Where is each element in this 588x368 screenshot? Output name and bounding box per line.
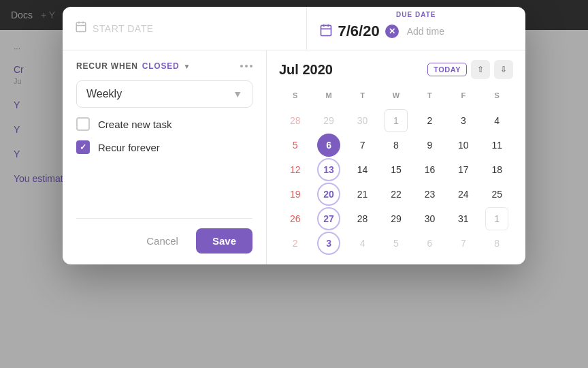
dot-1 bbox=[240, 65, 243, 67]
cal-day-4-2[interactable]: 28 bbox=[351, 207, 374, 230]
prev-month-button[interactable]: ⇧ bbox=[471, 60, 490, 79]
cal-day-4-5[interactable]: 31 bbox=[452, 207, 475, 230]
calendar-nav: TODAY ⇧ ⇩ bbox=[427, 60, 513, 79]
modal-overlay: START DATE DUE DATE 7/6/20 ✕ Add time bbox=[0, 0, 588, 368]
cal-day-4-6[interactable]: 1 bbox=[485, 207, 508, 230]
recur-forever-row[interactable]: Recur forever bbox=[76, 140, 252, 154]
calendar-header: Jul 2020 TODAY ⇧ ⇩ bbox=[279, 60, 513, 79]
create-new-task-row[interactable]: Create new task bbox=[76, 117, 252, 131]
cal-day-0-1[interactable]: 29 bbox=[317, 109, 340, 132]
cal-day-3-0[interactable]: 19 bbox=[284, 183, 307, 206]
cal-day-0-2[interactable]: 30 bbox=[351, 109, 374, 132]
cal-day-1-0[interactable]: 5 bbox=[284, 134, 307, 157]
cal-day-0-4[interactable]: 2 bbox=[418, 109, 441, 132]
svg-rect-4 bbox=[321, 25, 331, 35]
frequency-value: Weekly bbox=[86, 88, 122, 100]
cal-day-2-2[interactable]: 14 bbox=[351, 158, 374, 181]
create-new-task-checkbox[interactable] bbox=[76, 117, 90, 131]
start-date-icon bbox=[75, 20, 87, 36]
svg-rect-0 bbox=[76, 22, 86, 32]
cal-day-0-3[interactable]: 1 bbox=[385, 109, 408, 132]
start-date-field[interactable]: START DATE bbox=[63, 7, 307, 50]
recur-header: RECUR WHEN CLOSED ▼ bbox=[76, 61, 252, 71]
due-date-wrapper: DUE DATE 7/6/20 ✕ Add time bbox=[307, 7, 526, 50]
frequency-dropdown: Weekly ▼ bbox=[76, 80, 252, 108]
cal-day-1-1[interactable]: 6 bbox=[317, 134, 340, 157]
cal-day-3-3[interactable]: 22 bbox=[385, 183, 408, 206]
cal-day-0-6[interactable]: 4 bbox=[485, 109, 508, 132]
cal-day-5-5[interactable]: 7 bbox=[452, 232, 475, 255]
cal-day-4-4[interactable]: 30 bbox=[418, 207, 441, 230]
cal-day-5-2[interactable]: 4 bbox=[351, 232, 374, 255]
cal-day-5-4[interactable]: 6 bbox=[418, 232, 441, 255]
cal-day-2-3[interactable]: 15 bbox=[385, 158, 408, 181]
due-date-icon bbox=[319, 23, 333, 40]
cal-day-2-4[interactable]: 16 bbox=[418, 158, 441, 181]
due-date-header: DUE DATE bbox=[396, 7, 436, 20]
modal-footer: Cancel Save bbox=[76, 218, 252, 254]
cal-day-2-1[interactable]: 13 bbox=[317, 158, 340, 181]
add-time-button[interactable]: Add time bbox=[404, 25, 447, 38]
dow-t-4: T bbox=[414, 89, 446, 102]
recur-highlight: CLOSED bbox=[142, 61, 180, 71]
cal-day-2-6[interactable]: 18 bbox=[485, 158, 508, 181]
cal-day-2-0[interactable]: 12 bbox=[284, 158, 307, 181]
cal-day-3-1[interactable]: 20 bbox=[317, 183, 340, 206]
cancel-button[interactable]: Cancel bbox=[137, 230, 188, 252]
recur-forever-checkbox[interactable] bbox=[76, 140, 90, 154]
dow-m-1: M bbox=[312, 89, 344, 102]
recur-options-button[interactable] bbox=[240, 65, 252, 67]
create-new-task-label: Create new task bbox=[98, 119, 172, 130]
dow-w-3: W bbox=[380, 89, 412, 102]
today-button[interactable]: TODAY bbox=[427, 63, 467, 76]
cal-day-5-6[interactable]: 8 bbox=[485, 232, 508, 255]
cal-day-3-6[interactable]: 25 bbox=[485, 183, 508, 206]
cal-day-1-5[interactable]: 10 bbox=[452, 134, 475, 157]
dow-t-2: T bbox=[346, 89, 378, 102]
save-button[interactable]: Save bbox=[196, 228, 252, 254]
due-date-value: 7/6/20 bbox=[338, 22, 380, 40]
cal-day-4-1[interactable]: 27 bbox=[317, 207, 340, 230]
cal-day-3-2[interactable]: 21 bbox=[351, 183, 374, 206]
frequency-dropdown-trigger[interactable]: Weekly ▼ bbox=[76, 80, 252, 108]
start-date-label: START DATE bbox=[93, 23, 154, 34]
cal-day-1-6[interactable]: 11 bbox=[485, 134, 508, 157]
dow-f-5: F bbox=[447, 89, 479, 102]
next-month-button[interactable]: ⇩ bbox=[494, 60, 513, 79]
due-date-field[interactable]: 7/6/20 ✕ Add time bbox=[307, 20, 526, 50]
cal-day-3-4[interactable]: 23 bbox=[418, 183, 441, 206]
dropdown-chevron-icon: ▼ bbox=[233, 89, 242, 99]
cal-day-1-2[interactable]: 7 bbox=[351, 134, 374, 157]
calendar-panel: Jul 2020 TODAY ⇧ ⇩ SMTWTFS 2829301234567… bbox=[267, 50, 525, 264]
dow-s-6: S bbox=[481, 89, 513, 102]
cal-day-2-5[interactable]: 17 bbox=[452, 158, 475, 181]
recur-chevron-icon: ▼ bbox=[183, 63, 191, 70]
cal-day-5-3[interactable]: 5 bbox=[385, 232, 408, 255]
cal-day-3-5[interactable]: 24 bbox=[452, 183, 475, 206]
dot-3 bbox=[250, 65, 252, 67]
modal-datebar: START DATE DUE DATE 7/6/20 ✕ Add time bbox=[63, 7, 525, 50]
recur-prefix: RECUR WHEN bbox=[76, 61, 138, 71]
left-panel: RECUR WHEN CLOSED ▼ Weekly ▼ bbox=[63, 50, 267, 264]
calendar-days-grid[interactable]: 2829301234567891011121314151617181920212… bbox=[279, 109, 513, 255]
dow-s-0: S bbox=[279, 89, 311, 102]
due-date-clear-button[interactable]: ✕ bbox=[385, 25, 399, 38]
cal-day-0-5[interactable]: 3 bbox=[452, 109, 475, 132]
calendar-dow-row: SMTWTFS bbox=[279, 89, 513, 102]
modal-dialog: START DATE DUE DATE 7/6/20 ✕ Add time bbox=[63, 7, 525, 264]
cal-day-1-4[interactable]: 9 bbox=[418, 134, 441, 157]
cal-day-1-3[interactable]: 8 bbox=[385, 134, 408, 157]
recur-forever-label: Recur forever bbox=[98, 142, 160, 153]
cal-day-5-0[interactable]: 2 bbox=[284, 232, 307, 255]
cal-day-5-1[interactable]: 3 bbox=[317, 232, 340, 255]
cal-day-0-0[interactable]: 28 bbox=[284, 109, 307, 132]
recur-title[interactable]: RECUR WHEN CLOSED ▼ bbox=[76, 61, 191, 71]
cal-day-4-3[interactable]: 29 bbox=[385, 207, 408, 230]
modal-body: RECUR WHEN CLOSED ▼ Weekly ▼ bbox=[63, 50, 525, 264]
dot-2 bbox=[245, 65, 248, 67]
cal-day-4-0[interactable]: 26 bbox=[284, 207, 307, 230]
calendar-month-year: Jul 2020 bbox=[279, 62, 333, 78]
